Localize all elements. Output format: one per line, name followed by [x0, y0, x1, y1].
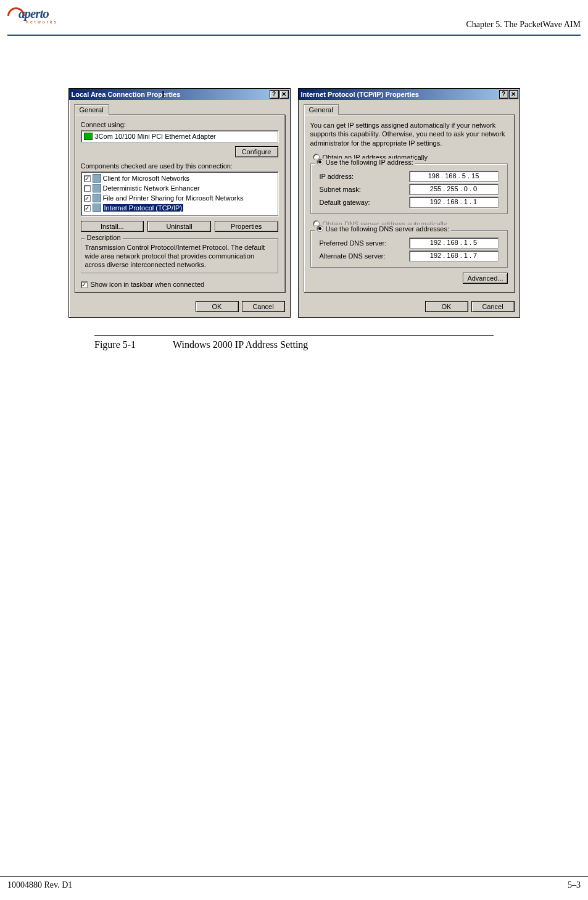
ip-address-input[interactable]: 198 . 168 . 5 . 15 — [409, 171, 499, 182]
checkbox-icon[interactable]: ✓ — [84, 175, 91, 182]
ip-label: IP address: — [320, 173, 354, 180]
alt-dns-input[interactable]: 192 . 168 . 1 . 7 — [409, 250, 499, 262]
component-label: Client for Microsoft Networks — [103, 175, 190, 182]
configure-button[interactable]: Configure — [235, 146, 278, 157]
dialog-body: General You can get IP settings assigned… — [299, 100, 520, 297]
gateway-label: Default gateway: — [320, 199, 370, 206]
subnet-row: Subnet mask: 255 . 255 . 0 . 0 — [320, 184, 499, 195]
radio-icon[interactable] — [317, 159, 323, 165]
figure-caption: Figure 5-1 Windows 2000 IP Address Setti… — [94, 339, 588, 350]
logo-subtext: networks — [26, 20, 58, 24]
uninstall-button[interactable]: Uninstall — [147, 221, 211, 232]
list-item[interactable]: ✓ Internet Protocol (TCP/IP) — [83, 203, 276, 213]
radio-use-dns[interactable]: Use the following DNS server addresses: — [315, 225, 452, 233]
titlebar[interactable]: Internet Protocol (TCP/IP) Properties ? … — [299, 89, 520, 100]
help-button[interactable]: ? — [270, 90, 279, 99]
components-list[interactable]: ✓ Client for Microsoft Networks Determin… — [81, 171, 278, 216]
dialog-footer: OK Cancel — [299, 297, 520, 317]
component-buttons: Install... Uninstall Properties — [81, 221, 278, 232]
show-icon-row: ✓ Show icon in taskbar when connected — [81, 281, 278, 288]
ip-address-row: IP address: 198 . 168 . 5 . 15 — [320, 171, 499, 182]
ok-button[interactable]: OK — [425, 301, 468, 312]
checkbox-icon[interactable]: ✓ — [84, 205, 91, 212]
properties-button[interactable]: Properties — [215, 221, 278, 232]
tab-page: You can get IP settings assigned automat… — [304, 114, 515, 292]
component-label: Deterministic Network Enhancer — [103, 184, 200, 192]
client-icon — [93, 174, 101, 183]
titlebar-buttons: ? ✕ — [270, 90, 289, 99]
show-icon-label: Show icon in taskbar when connected — [91, 281, 205, 288]
checkbox-icon[interactable]: ✓ — [81, 281, 88, 288]
tab-general[interactable]: General — [74, 104, 109, 115]
pref-dns-label: Preferred DNS server: — [320, 239, 387, 247]
figure-title: Windows 2000 IP Address Setting — [173, 339, 308, 350]
cancel-button[interactable]: Cancel — [471, 301, 515, 312]
ok-button[interactable]: OK — [196, 301, 239, 312]
pref-dns-input[interactable]: 192 . 168 . 1 . 5 — [409, 237, 499, 249]
tab-strip: General — [304, 104, 515, 114]
tab-page: Connect using: 3Com 10/100 Mini PCI Ethe… — [74, 114, 285, 292]
dialog-footer: OK Cancel — [69, 297, 290, 317]
text-cursor-icon: I — [162, 89, 164, 99]
tab-strip: General — [74, 104, 285, 114]
dns-group: Use the following DNS server addresses: … — [310, 230, 508, 268]
nic-icon — [84, 133, 93, 140]
chapter-label: Chapter 5. The PacketWave AIM — [466, 20, 581, 30]
footer-left: 10004880 Rev. D1 — [7, 880, 72, 890]
component-label: Internet Protocol (TCP/IP) — [103, 204, 184, 212]
list-item[interactable]: ✓ Client for Microsoft Networks — [83, 173, 276, 183]
description-group: Description Transmission Control Protoco… — [81, 238, 278, 273]
radio-use-ip[interactable]: Use the following IP address: — [315, 159, 415, 166]
footer-right: 5–3 — [568, 880, 581, 890]
subnet-label: Subnet mask: — [320, 186, 361, 193]
subnet-input[interactable]: 255 . 255 . 0 . 0 — [409, 184, 499, 195]
pref-dns-row: Preferred DNS server: 192 . 168 . 1 . 5 — [320, 237, 499, 249]
help-button[interactable]: ? — [499, 90, 508, 99]
tcpip-properties-dialog: Internet Protocol (TCP/IP) Properties ? … — [298, 88, 520, 318]
advanced-row: Advanced... — [310, 273, 508, 284]
dialog-body: General Connect using: 3Com 10/100 Mini … — [69, 100, 290, 297]
radio-label: Use the following IP address: — [326, 159, 413, 166]
component-label: File and Printer Sharing for Microsoft N… — [103, 194, 244, 202]
page-header: aperto networks Chapter 5. The PacketWav… — [0, 0, 588, 32]
page-footer: 10004880 Rev. D1 5–3 — [0, 876, 588, 890]
checkbox-icon[interactable] — [84, 185, 91, 192]
gateway-row: Default gateway: 192 . 168 . 1 . 1 — [320, 197, 499, 208]
radio-icon[interactable] — [317, 225, 323, 232]
logo: aperto networks — [7, 6, 66, 25]
radio-label: Use the following DNS server addresses: — [326, 225, 450, 233]
tab-general[interactable]: General — [304, 104, 339, 115]
titlebar-buttons: ? ✕ — [499, 90, 518, 99]
cancel-button[interactable]: Cancel — [242, 301, 285, 312]
ip-group: Use the following IP address: IP address… — [310, 163, 508, 214]
advanced-button[interactable]: Advanced... — [463, 273, 507, 284]
configure-row: Configure — [81, 146, 278, 157]
alt-dns-row: Alternate DNS server: 192 . 168 . 1 . 7 — [320, 250, 499, 262]
service-icon — [93, 184, 101, 192]
protocol-icon — [93, 204, 101, 212]
service-icon — [93, 194, 101, 202]
titlebar-text: Internet Protocol (TCP/IP) Properties — [301, 91, 419, 98]
list-item[interactable]: Deterministic Network Enhancer — [83, 183, 276, 193]
list-item[interactable]: ✓ File and Printer Sharing for Microsoft… — [83, 193, 276, 203]
titlebar[interactable]: Local Area Connection Properties I ? ✕ — [69, 89, 290, 100]
figure-number: Figure 5-1 — [94, 339, 136, 350]
description-legend: Description — [85, 234, 123, 241]
adapter-name: 3Com 10/100 Mini PCI Ethernet Adapter — [95, 133, 216, 140]
checkbox-icon[interactable]: ✓ — [84, 195, 91, 202]
figure-area: Local Area Connection Properties I ? ✕ G… — [0, 36, 588, 318]
adapter-field: 3Com 10/100 Mini PCI Ethernet Adapter — [81, 130, 278, 142]
alt-dns-label: Alternate DNS server: — [320, 252, 386, 260]
connect-using-label: Connect using: — [81, 121, 278, 128]
gateway-input[interactable]: 192 . 168 . 1 . 1 — [409, 197, 499, 208]
figure-rule — [94, 335, 494, 336]
intro-text: You can get IP settings assigned automat… — [310, 121, 508, 147]
components-label: Components checked are used by this conn… — [81, 162, 278, 170]
close-button[interactable]: ✕ — [509, 90, 518, 99]
install-button[interactable]: Install... — [81, 221, 144, 232]
lan-properties-dialog: Local Area Connection Properties I ? ✕ G… — [68, 88, 291, 318]
description-text: Transmission Control Protocol/Internet P… — [85, 244, 274, 269]
close-button[interactable]: ✕ — [280, 90, 289, 99]
